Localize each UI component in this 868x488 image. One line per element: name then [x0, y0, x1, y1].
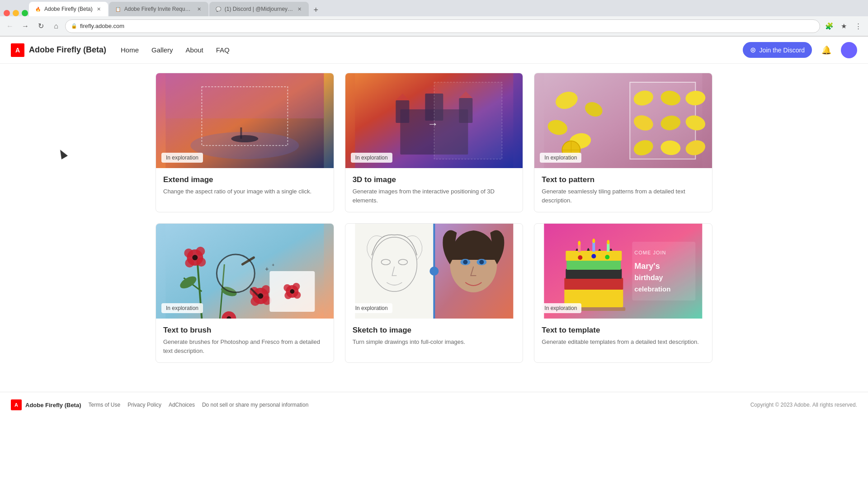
extend-image-badge: In exploration: [161, 153, 203, 163]
footer-privacy[interactable]: Privacy Policy: [127, 402, 161, 408]
card-text-to-pattern[interactable]: In exploration Text to pattern Generate …: [534, 73, 712, 212]
sketch-badge: In exploration: [351, 303, 392, 313]
user-avatar[interactable]: [841, 42, 857, 58]
svg-point-93: [605, 255, 610, 259]
footer-terms[interactable]: Terms of Use: [89, 402, 121, 408]
card-template-body: Text to template Generate editable templ…: [534, 319, 712, 354]
card-text-to-brush[interactable]: + + In exploration Text to brush Generat…: [156, 223, 334, 363]
notifications-button[interactable]: 🔔: [819, 43, 834, 57]
discord-icon: ⊛: [750, 46, 756, 54]
svg-rect-4: [240, 127, 242, 139]
card-extend-image-title: Extend image: [163, 175, 326, 184]
nav-right: ⊛ Join the Discord 🔔: [743, 42, 857, 58]
tab-invite[interactable]: 📋 Adobe Firefly Invite Request Form... ✕: [109, 2, 208, 16]
toolbar-right: 🧩 ★ ⋮: [823, 20, 864, 33]
tab-discord[interactable]: 💬 (1) Discord | @Midjourney Bot ✕: [209, 2, 309, 16]
menu-button[interactable]: ⋮: [852, 20, 864, 33]
card-sketch-to-image[interactable]: In exploration Sketch to image Turn simp…: [345, 223, 524, 363]
window-minimize-button[interactable]: [13, 10, 19, 16]
svg-point-73: [463, 260, 467, 264]
footer-adobe-icon: A: [11, 399, 22, 410]
tab-firefly[interactable]: 🔥 Adobe Firefly (Beta) ✕: [29, 2, 108, 16]
site-logo[interactable]: A Adobe Firefly (Beta): [11, 43, 106, 57]
browser-tabs: 🔥 Adobe Firefly (Beta) ✕ 📋 Adobe Firefly…: [0, 0, 868, 16]
tab-discord-close[interactable]: ✕: [296, 5, 303, 13]
tab-discord-label: (1) Discord | @Midjourney Bot: [225, 6, 293, 12]
svg-text:birthday: birthday: [635, 274, 663, 282]
forward-button[interactable]: →: [19, 20, 32, 33]
card-extend-image-desc: Change the aspect ratio of your image wi…: [163, 187, 326, 196]
bookmark-button[interactable]: ★: [837, 20, 850, 33]
nav-gallery[interactable]: Gallery: [151, 46, 173, 54]
svg-text:COME JOIN: COME JOIN: [635, 250, 666, 255]
tab-firefly-favicon: 🔥: [34, 5, 42, 13]
site-name: Adobe Firefly (Beta): [29, 45, 106, 55]
extensions-button[interactable]: 🧩: [823, 20, 835, 33]
card-3d-image: → In exploration: [345, 73, 523, 168]
footer-copyright: Copyright © 2023 Adobe. All rights reser…: [750, 402, 857, 408]
svg-point-60: [292, 283, 300, 290]
svg-point-63: [284, 292, 292, 299]
card-text-to-template[interactable]: COME JOIN Mary's birthday celebration In…: [534, 223, 712, 363]
card-pattern-title: Text to pattern: [542, 175, 705, 184]
svg-point-3: [231, 135, 258, 142]
page-wrapper: A Adobe Firefly (Beta) Home Gallery Abou…: [0, 37, 868, 474]
brush-badge: In exploration: [161, 303, 203, 313]
card-3d-to-image[interactable]: → In exploration 3D to image Generate im…: [345, 73, 524, 212]
adobe-logo-icon: A: [11, 43, 24, 57]
svg-rect-86: [593, 242, 595, 252]
svg-point-51: [250, 297, 259, 306]
footer-do-not-sell[interactable]: Do not sell or share my personal informa…: [202, 402, 308, 408]
nav-home[interactable]: Home: [121, 46, 139, 54]
svg-point-41: [192, 255, 198, 260]
card-extend-image[interactable]: In exploration Extend image Change the a…: [156, 73, 334, 212]
discord-button[interactable]: ⊛ Join the Discord: [743, 42, 812, 58]
svg-point-43: [184, 249, 193, 258]
address-bar[interactable]: 🔒 firefly.adobe.com: [65, 19, 820, 33]
tab-firefly-label: Adobe Firefly (Beta): [44, 6, 93, 12]
reload-button[interactable]: ↻: [34, 20, 47, 33]
svg-rect-82: [566, 269, 622, 279]
nav-about[interactable]: About: [186, 46, 203, 54]
svg-rect-83: [567, 260, 621, 270]
window-maximize-button[interactable]: [22, 10, 28, 16]
back-button[interactable]: ←: [4, 20, 16, 33]
svg-rect-15: [434, 82, 502, 159]
main-content: In exploration Extend image Change the a…: [145, 64, 723, 392]
card-sketch-title: Sketch to image: [353, 326, 516, 335]
footer-links: Terms of Use Privacy Policy AdChoices Do…: [89, 402, 309, 408]
card-3d-desc: Generate images from the interactive pos…: [353, 187, 516, 205]
svg-text:celebration: celebration: [635, 285, 671, 293]
new-tab-button[interactable]: +: [310, 4, 322, 16]
address-text: firefly.adobe.com: [80, 23, 124, 29]
svg-point-62: [293, 291, 301, 299]
footer-adchoices[interactable]: AdChoices: [169, 402, 195, 408]
svg-point-89: [593, 239, 595, 243]
card-pattern-desc: Generate seamlessly tiling patterns from…: [542, 187, 705, 205]
nav-links: Home Gallery About FAQ: [121, 46, 743, 54]
svg-point-75: [479, 260, 484, 264]
browser-toolbar: ← → ↻ ⌂ 🔒 firefly.adobe.com 🧩 ★ ⋮: [0, 16, 868, 36]
site-footer: A Adobe Firefly (Beta) Terms of Use Priv…: [0, 392, 868, 418]
home-button[interactable]: ⌂: [50, 20, 62, 33]
lock-icon: 🔒: [71, 23, 77, 29]
svg-rect-2: [165, 73, 324, 118]
card-brush-image: + + In exploration: [156, 224, 334, 319]
tab-invite-close[interactable]: ✕: [196, 5, 203, 13]
card-3d-title: 3D to image: [353, 175, 516, 184]
svg-point-48: [261, 285, 270, 294]
svg-point-42: [196, 247, 205, 256]
card-brush-desc: Generate brushes for Photoshop and Fresc…: [163, 338, 326, 355]
window-controls[interactable]: [4, 10, 28, 16]
template-badge: In exploration: [540, 303, 581, 313]
window-close-button[interactable]: [4, 10, 10, 16]
svg-rect-81: [565, 278, 623, 290]
card-sketch-body: Sketch to image Turn simple drawings int…: [345, 319, 523, 354]
svg-text:+: +: [272, 263, 274, 267]
card-template-title: Text to template: [542, 326, 705, 335]
tab-firefly-close[interactable]: ✕: [95, 5, 103, 13]
svg-point-44: [197, 258, 206, 267]
card-pattern-image: In exploration: [534, 73, 712, 168]
nav-faq[interactable]: FAQ: [216, 46, 230, 54]
tab-discord-favicon: 💬: [215, 5, 222, 13]
